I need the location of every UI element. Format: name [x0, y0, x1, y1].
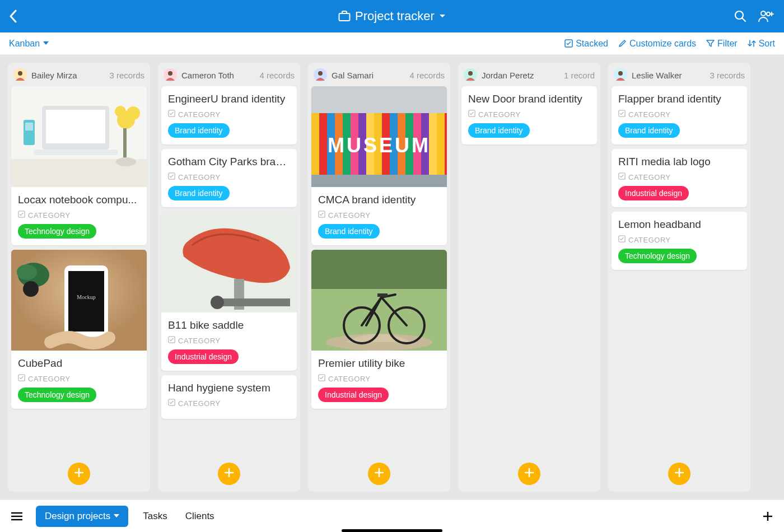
- svg-point-23: [17, 264, 37, 280]
- card-title: Hand hygiene system: [168, 382, 290, 394]
- svg-rect-46: [311, 86, 447, 113]
- category-field-label: CATEGORY: [18, 374, 140, 383]
- avatar: [614, 68, 627, 82]
- column-header[interactable]: Gal Samari 4 records: [308, 63, 450, 86]
- kanban-column: Cameron Toth 4 records EngineerU brand i…: [158, 63, 300, 492]
- checkbox-icon: [168, 336, 175, 345]
- svg-rect-64: [445, 113, 447, 175]
- category-label-text: CATEGORY: [628, 173, 671, 181]
- column-cards[interactable]: Flapper brand identity CATEGORY Brand id…: [608, 86, 750, 456]
- svg-rect-11: [46, 110, 105, 143]
- add-record-button[interactable]: [668, 463, 690, 485]
- back-icon[interactable]: [9, 10, 17, 23]
- add-record-button[interactable]: [518, 463, 540, 485]
- card-body: Gotham City Parks bran... CATEGORY Brand…: [161, 149, 297, 207]
- checkbox-icon: [618, 172, 626, 181]
- base-title-button[interactable]: Project tracker: [338, 9, 446, 24]
- svg-text:Mockup: Mockup: [77, 294, 95, 300]
- column-cards[interactable]: MUSEUM CMCA brand identity CATEGORY Bran…: [308, 86, 450, 456]
- search-icon[interactable]: [734, 10, 747, 23]
- customize-cards-button[interactable]: Customize cards: [618, 39, 696, 49]
- tab-active[interactable]: Design projects: [36, 506, 128, 527]
- column-header[interactable]: Jordan Peretz 1 record: [458, 63, 600, 86]
- card-body: Premier utility bike CATEGORY Industrial…: [311, 351, 447, 409]
- card-body: Locax notebook compu... CATEGORY Technol…: [11, 187, 147, 245]
- column-cards[interactable]: New Door brand identity CATEGORY Brand i…: [458, 86, 600, 456]
- card-title: Flapper brand identity: [618, 93, 740, 105]
- stacked-button[interactable]: Stacked: [564, 39, 608, 49]
- svg-point-3: [761, 11, 766, 16]
- svg-rect-37: [217, 298, 290, 306]
- hamburger-icon[interactable]: [9, 510, 25, 523]
- category-tag: Industrial design: [318, 388, 389, 402]
- column-person: Bailey Mirza: [13, 68, 77, 82]
- kanban-card[interactable]: B11 bike saddle CATEGORY Industrial desi…: [161, 212, 297, 371]
- svg-rect-14: [25, 123, 33, 130]
- kanban-card[interactable]: MUSEUM CMCA brand identity CATEGORY Bran…: [311, 86, 447, 245]
- kanban-column: Leslie Walker 3 records Flapper brand id…: [608, 63, 750, 492]
- checkbox-icon: [168, 172, 175, 181]
- card-body: Hand hygiene system CATEGORY: [161, 375, 297, 419]
- add-record-button[interactable]: [368, 463, 390, 485]
- home-indicator: [342, 529, 442, 532]
- svg-rect-69: [311, 250, 447, 289]
- chevron-down-icon: [439, 14, 446, 18]
- category-label-text: CATEGORY: [178, 399, 221, 408]
- checkbox-icon: [168, 399, 175, 408]
- plus-icon: [374, 468, 384, 480]
- kanban-card[interactable]: Lemon headband CATEGORY Technology desig…: [612, 212, 747, 270]
- svg-rect-18: [123, 128, 127, 159]
- card-title: Locax notebook compu...: [18, 194, 140, 206]
- column-header[interactable]: Leslie Walker 3 records: [608, 63, 750, 86]
- tab-tasks[interactable]: Tasks: [139, 506, 170, 527]
- record-count: 3 records: [710, 71, 745, 80]
- add-record-button[interactable]: [218, 463, 240, 485]
- avatar: [164, 68, 177, 82]
- svg-point-24: [23, 281, 39, 297]
- card-body: CMCA brand identity CATEGORY Brand ident…: [311, 187, 447, 245]
- kanban-card[interactable]: Gotham City Parks bran... CATEGORY Brand…: [161, 149, 297, 207]
- chevron-down-icon: [114, 514, 119, 518]
- kanban-card[interactable]: Mockup CubePad CATEGORY Technology desig…: [11, 250, 147, 409]
- column-header[interactable]: Cameron Toth 4 records: [158, 63, 300, 86]
- add-record-button[interactable]: [68, 463, 90, 485]
- card-title: Lemon headband: [618, 218, 740, 231]
- kanban-card[interactable]: RITI media lab logo CATEGORY Industrial …: [612, 149, 747, 207]
- kanban-card[interactable]: Hand hygiene system CATEGORY: [161, 375, 297, 419]
- category-field-label: CATEGORY: [618, 110, 740, 119]
- checkbox-icon: [18, 211, 25, 220]
- tab-clients[interactable]: Clients: [182, 506, 218, 527]
- svg-text:MUSEUM: MUSEUM: [328, 134, 431, 157]
- kanban-card[interactable]: EngineerU brand identity CATEGORY Brand …: [161, 86, 297, 144]
- column-name: Jordan Peretz: [482, 71, 534, 80]
- card-body: New Door brand identity CATEGORY Brand i…: [461, 86, 597, 144]
- sort-button[interactable]: Sort: [748, 39, 775, 49]
- topbar-right: [674, 10, 775, 23]
- column-cards[interactable]: EngineerU brand identity CATEGORY Brand …: [158, 86, 300, 456]
- kanban-card[interactable]: Premier utility bike CATEGORY Industrial…: [311, 250, 447, 409]
- kanban-card[interactable]: Flapper brand identity CATEGORY Brand id…: [612, 86, 747, 144]
- category-tag: Industrial design: [168, 349, 239, 364]
- add-collaborator-icon[interactable]: [758, 10, 775, 22]
- add-table-icon[interactable]: [763, 511, 773, 521]
- sort-icon: [748, 39, 756, 48]
- category-field-label: CATEGORY: [318, 211, 440, 220]
- checkbox-icon: [168, 110, 175, 119]
- column-cards[interactable]: Locax notebook compu... CATEGORY Technol…: [8, 86, 150, 456]
- category-label-text: CATEGORY: [478, 110, 521, 119]
- kanban-card[interactable]: Locax notebook compu... CATEGORY Technol…: [11, 86, 147, 245]
- filter-button[interactable]: Filter: [706, 39, 738, 49]
- kanban-card[interactable]: New Door brand identity CATEGORY Brand i…: [461, 86, 597, 144]
- card-title: New Door brand identity: [468, 93, 590, 105]
- category-tag: Technology design: [618, 249, 697, 263]
- category-label-text: CATEGORY: [628, 110, 671, 119]
- column-person: Leslie Walker: [614, 68, 682, 82]
- column-header[interactable]: Bailey Mirza 3 records: [8, 63, 150, 86]
- kanban-board[interactable]: Bailey Mirza 3 records Locax notebook co…: [0, 55, 784, 500]
- category-field-label: CATEGORY: [168, 399, 290, 408]
- view-switcher[interactable]: Kanban: [9, 39, 49, 49]
- card-body: RITI media lab logo CATEGORY Industrial …: [612, 149, 747, 207]
- svg-rect-48: [319, 113, 327, 175]
- svg-point-17: [115, 106, 126, 117]
- filter-icon: [706, 39, 715, 48]
